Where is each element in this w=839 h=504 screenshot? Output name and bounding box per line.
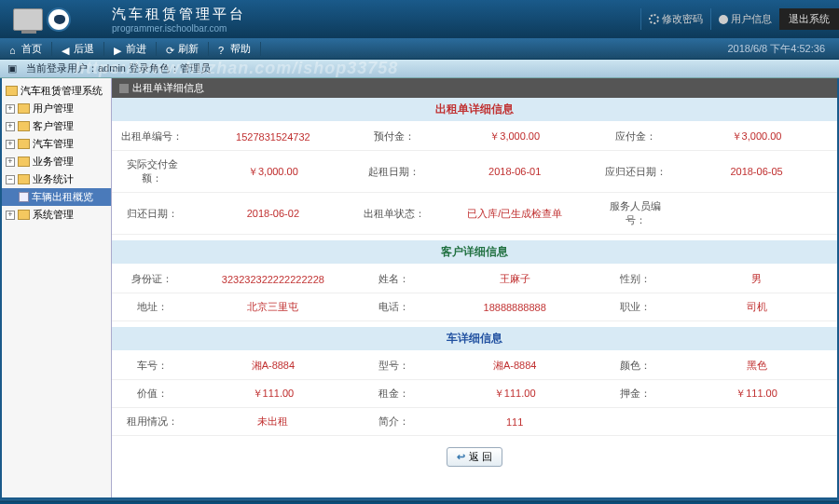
field-value: ￥111.00 — [434, 380, 596, 408]
field-value: 王麻子 — [434, 266, 596, 293]
expand-icon[interactable]: + — [6, 104, 15, 114]
nav-back[interactable]: ◀后退 — [52, 42, 104, 56]
field-label: 归还日期： — [112, 193, 192, 235]
field-value: 湘A-8884 — [434, 352, 596, 380]
help-icon: ? — [218, 45, 227, 54]
tree-node-label: 业务统计 — [33, 172, 74, 186]
modify-password-link[interactable]: 修改密码 — [640, 8, 710, 30]
field-value: 北京三里屯 — [192, 293, 353, 321]
field-value — [676, 193, 837, 235]
data-table: 出租单编号：1527831524732预付金：￥3,000.00应付金：￥3,0… — [112, 123, 837, 235]
field-value: ￥3,000.00 — [434, 123, 596, 151]
collapse-icon[interactable]: − — [6, 175, 15, 184]
field-value: 2018-06-02 — [192, 193, 353, 235]
table-row: 归还日期：2018-06-02出租单状态：已入库/已生成检查单服务人员编号： — [112, 193, 837, 235]
tree-node[interactable]: +用户管理 — [2, 100, 111, 117]
tree-root-label: 汽车租赁管理系统 — [21, 84, 103, 98]
back-arrow-icon: ↩ — [457, 451, 465, 463]
home-icon: ⌂ — [9, 45, 19, 54]
tree-node[interactable]: −业务统计 — [2, 170, 111, 188]
table-row: 身份证：323232322222222228姓名：王麻子性别：男 — [112, 266, 837, 293]
field-value: 2018-06-01 — [434, 151, 596, 193]
field-label: 型号： — [353, 352, 433, 380]
field-label: 车号： — [112, 352, 192, 380]
section-header: 出租单详细信息 — [112, 98, 837, 121]
tree-node-label: 业务管理 — [33, 155, 74, 169]
back-button[interactable]: ↩ 返 回 — [447, 447, 502, 467]
back-button-label: 返 回 — [469, 450, 492, 464]
tree-leaf-label: 车辆出租概览 — [32, 190, 93, 204]
nav-tree: 汽车租赁管理系统 +用户管理+客户管理+汽车管理+业务管理−业务统计车辆出租概览… — [2, 78, 111, 227]
app-header: 汽车租赁管理平台 programmer.ischoolbar.com 修改密码 … — [0, 0, 839, 39]
tree-node[interactable]: +业务管理 — [2, 153, 111, 170]
computer-icon — [13, 8, 43, 31]
user-info-link[interactable]: 用户信息 — [710, 8, 779, 30]
folder-icon — [18, 174, 30, 184]
table-row: 出租单编号：1527831524732预付金：￥3,000.00应付金：￥3,0… — [112, 123, 837, 151]
nav-help[interactable]: ?帮助 — [209, 42, 261, 56]
field-value: ￥111.00 — [192, 380, 353, 408]
tree-leaf[interactable]: 车辆出租概览 — [2, 188, 111, 206]
field-label: 价值： — [112, 380, 192, 408]
data-table: 车号：湘A-8884型号：湘A-8884颜色：黑色价值：￥111.00租金：￥1… — [112, 352, 837, 436]
field-value: 已入库/已生成检查单 — [434, 193, 596, 235]
field-value: 男 — [676, 266, 837, 293]
header-title-block: 汽车租赁管理平台 programmer.ischoolbar.com — [112, 6, 246, 34]
header-actions: 修改密码 用户信息 退出系统 — [640, 8, 839, 30]
module-icon: ▣ — [7, 62, 17, 75]
nav-home[interactable]: ⌂首页 — [0, 42, 52, 56]
nav-toolbar: ⌂首页 ◀后退 ▶前进 ⟳刷新 ?帮助 2018/6/8 下午4:52:36 — [0, 39, 839, 60]
bottom-frame — [0, 499, 839, 502]
field-label: 身份证： — [112, 266, 192, 293]
tree-node-label: 客户管理 — [33, 119, 74, 133]
field-value: 1527831524732 — [192, 123, 353, 151]
field-label: 简介： — [353, 408, 433, 436]
tree-node[interactable]: +客户管理 — [2, 117, 111, 135]
field-label: 应归还日期： — [596, 151, 676, 193]
field-label: 地址： — [112, 293, 192, 321]
folder-icon — [18, 210, 30, 220]
expand-icon[interactable]: + — [6, 140, 15, 149]
field-label: 预付金： — [353, 123, 433, 151]
app-subtitle: programmer.ischoolbar.com — [112, 23, 246, 34]
field-value: 司机 — [676, 293, 837, 321]
field-label: 起租日期： — [353, 151, 433, 193]
exit-system-button[interactable]: 退出系统 — [779, 8, 839, 30]
breadcrumb-text: 当前登录用户：admin 登录角色：管理员 — [26, 61, 211, 75]
field-label: 电话： — [353, 293, 433, 321]
table-row: 地址：北京三里屯电话：18888888888职业：司机 — [112, 293, 837, 321]
field-label: 颜色： — [596, 352, 676, 380]
nav-refresh[interactable]: ⟳刷新 — [157, 42, 209, 56]
expand-icon[interactable]: + — [6, 211, 15, 220]
back-row: ↩ 返 回 — [112, 442, 837, 472]
field-value: ￥3,000.00 — [676, 123, 837, 151]
field-value — [676, 408, 837, 436]
field-label: 性别： — [596, 266, 676, 293]
nav-forward[interactable]: ▶前进 — [104, 42, 157, 56]
tree-node[interactable]: +系统管理 — [2, 206, 111, 224]
tree-root[interactable]: 汽车租赁管理系统 — [2, 82, 111, 100]
folder-icon — [18, 139, 30, 149]
data-table: 身份证：323232322222222228姓名：王麻子性别：男地址：北京三里屯… — [112, 266, 837, 321]
user-info-label: 用户信息 — [731, 12, 772, 26]
folder-icon — [18, 121, 30, 131]
field-value: 323232322222222228 — [192, 266, 353, 293]
folder-icon — [18, 157, 30, 167]
field-value: ￥111.00 — [676, 380, 837, 408]
content-panel-title-text: 出租单详细信息 — [132, 81, 204, 95]
field-label: 职业： — [596, 293, 676, 321]
penguin-icon — [47, 7, 71, 32]
nav-back-label: 后退 — [74, 42, 94, 56]
section-header: 车详细信息 — [112, 327, 837, 350]
field-value: ￥3,000.00 — [192, 151, 353, 193]
back-icon: ◀ — [62, 45, 71, 54]
page-icon — [19, 192, 29, 202]
section-header: 客户详细信息 — [112, 240, 837, 264]
field-label: 实际交付金额： — [112, 151, 192, 193]
folder-icon — [18, 103, 30, 114]
tree-node[interactable]: +汽车管理 — [2, 135, 111, 153]
table-row: 价值：￥111.00租金：￥111.00押金：￥111.00 — [112, 380, 837, 408]
expand-icon[interactable]: + — [6, 122, 15, 131]
expand-icon[interactable]: + — [6, 157, 15, 167]
content-panel-title: 出租单详细信息 — [112, 78, 837, 98]
